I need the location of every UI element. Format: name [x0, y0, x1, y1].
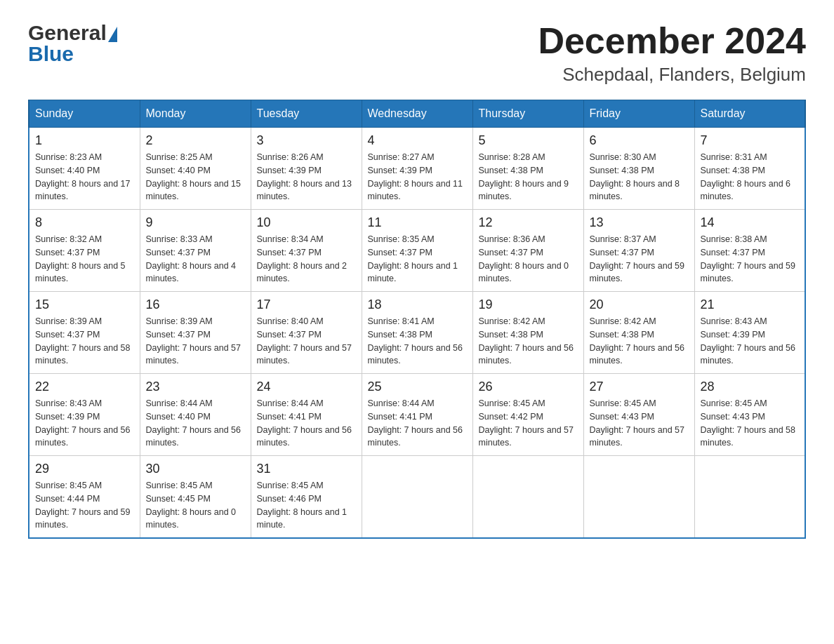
day-number: 23 — [146, 380, 245, 394]
day-info: Sunrise: 8:42 AMSunset: 4:38 PMDaylight:… — [479, 315, 578, 368]
day-number: 11 — [368, 215, 467, 230]
calendar-cell: 24Sunrise: 8:44 AMSunset: 4:41 PMDayligh… — [251, 374, 362, 456]
day-number: 2 — [146, 133, 245, 148]
day-info: Sunrise: 8:45 AMSunset: 4:45 PMDaylight:… — [146, 479, 245, 532]
calendar-cell: 4Sunrise: 8:27 AMSunset: 4:39 PMDaylight… — [362, 128, 472, 210]
day-number: 3 — [257, 133, 356, 148]
logo-blue-text: Blue — [28, 42, 74, 66]
day-number: 7 — [701, 133, 800, 148]
column-header-thursday: Thursday — [472, 100, 583, 128]
day-info: Sunrise: 8:42 AMSunset: 4:38 PMDaylight:… — [590, 315, 689, 368]
day-number: 1 — [35, 133, 134, 148]
calendar-cell: 20Sunrise: 8:42 AMSunset: 4:38 PMDayligh… — [583, 292, 694, 374]
day-number: 14 — [701, 215, 800, 230]
day-number: 31 — [257, 462, 356, 476]
day-info: Sunrise: 8:27 AMSunset: 4:39 PMDaylight:… — [368, 151, 467, 203]
day-number: 21 — [701, 297, 800, 312]
calendar-cell: 3Sunrise: 8:26 AMSunset: 4:39 PMDaylight… — [251, 128, 362, 210]
calendar-cell: 18Sunrise: 8:41 AMSunset: 4:38 PMDayligh… — [362, 292, 472, 374]
calendar-cell: 8Sunrise: 8:32 AMSunset: 4:37 PMDaylight… — [29, 210, 140, 292]
day-info: Sunrise: 8:43 AMSunset: 4:39 PMDaylight:… — [35, 397, 134, 450]
calendar-cell: 28Sunrise: 8:45 AMSunset: 4:43 PMDayligh… — [694, 374, 805, 456]
day-info: Sunrise: 8:41 AMSunset: 4:38 PMDaylight:… — [368, 315, 467, 368]
column-header-tuesday: Tuesday — [251, 100, 362, 128]
day-info: Sunrise: 8:44 AMSunset: 4:40 PMDaylight:… — [146, 397, 245, 450]
calendar-title: December 2024 — [538, 21, 806, 61]
day-number: 25 — [368, 380, 467, 394]
calendar-cell — [694, 456, 805, 539]
day-info: Sunrise: 8:45 AMSunset: 4:46 PMDaylight:… — [257, 479, 356, 532]
day-info: Sunrise: 8:39 AMSunset: 4:37 PMDaylight:… — [35, 315, 134, 368]
calendar-cell: 9Sunrise: 8:33 AMSunset: 4:37 PMDaylight… — [140, 210, 251, 292]
day-number: 4 — [368, 133, 467, 148]
page-header: General Blue December 2024 Schepdaal, Fl… — [28, 21, 806, 86]
calendar-subtitle: Schepdaal, Flanders, Belgium — [538, 64, 806, 86]
calendar-cell: 16Sunrise: 8:39 AMSunset: 4:37 PMDayligh… — [140, 292, 251, 374]
calendar-week-row: 22Sunrise: 8:43 AMSunset: 4:39 PMDayligh… — [29, 374, 805, 456]
calendar-week-row: 1Sunrise: 8:23 AMSunset: 4:40 PMDaylight… — [29, 128, 805, 210]
calendar-cell: 5Sunrise: 8:28 AMSunset: 4:38 PMDaylight… — [472, 128, 583, 210]
day-info: Sunrise: 8:32 AMSunset: 4:37 PMDaylight:… — [35, 233, 134, 286]
day-number: 26 — [479, 380, 578, 394]
day-info: Sunrise: 8:38 AMSunset: 4:37 PMDaylight:… — [701, 233, 800, 286]
column-header-monday: Monday — [140, 100, 251, 128]
calendar-cell: 31Sunrise: 8:45 AMSunset: 4:46 PMDayligh… — [251, 456, 362, 539]
column-header-saturday: Saturday — [694, 100, 805, 128]
column-header-friday: Friday — [583, 100, 694, 128]
day-info: Sunrise: 8:23 AMSunset: 4:40 PMDaylight:… — [35, 151, 134, 203]
calendar-cell: 23Sunrise: 8:44 AMSunset: 4:40 PMDayligh… — [140, 374, 251, 456]
calendar-cell: 25Sunrise: 8:44 AMSunset: 4:41 PMDayligh… — [362, 374, 472, 456]
day-number: 15 — [35, 297, 134, 312]
day-info: Sunrise: 8:45 AMSunset: 4:43 PMDaylight:… — [701, 397, 800, 450]
calendar-week-row: 15Sunrise: 8:39 AMSunset: 4:37 PMDayligh… — [29, 292, 805, 374]
day-info: Sunrise: 8:28 AMSunset: 4:38 PMDaylight:… — [479, 151, 578, 203]
logo: General Blue — [28, 21, 117, 66]
day-number: 17 — [257, 297, 356, 312]
day-number: 28 — [701, 380, 800, 394]
day-info: Sunrise: 8:33 AMSunset: 4:37 PMDaylight:… — [146, 233, 245, 286]
calendar-cell: 22Sunrise: 8:43 AMSunset: 4:39 PMDayligh… — [29, 374, 140, 456]
calendar-cell: 27Sunrise: 8:45 AMSunset: 4:43 PMDayligh… — [583, 374, 694, 456]
day-info: Sunrise: 8:45 AMSunset: 4:43 PMDaylight:… — [590, 397, 689, 450]
calendar-cell — [472, 456, 583, 539]
calendar-table: SundayMondayTuesdayWednesdayThursdayFrid… — [28, 100, 806, 539]
day-number: 18 — [368, 297, 467, 312]
day-info: Sunrise: 8:25 AMSunset: 4:40 PMDaylight:… — [146, 151, 245, 203]
day-info: Sunrise: 8:34 AMSunset: 4:37 PMDaylight:… — [257, 233, 356, 286]
day-info: Sunrise: 8:44 AMSunset: 4:41 PMDaylight:… — [368, 397, 467, 450]
day-number: 27 — [590, 380, 689, 394]
day-number: 19 — [479, 297, 578, 312]
day-info: Sunrise: 8:39 AMSunset: 4:37 PMDaylight:… — [146, 315, 245, 368]
day-info: Sunrise: 8:40 AMSunset: 4:37 PMDaylight:… — [257, 315, 356, 368]
title-block: December 2024 Schepdaal, Flanders, Belgi… — [538, 21, 806, 86]
calendar-cell: 10Sunrise: 8:34 AMSunset: 4:37 PMDayligh… — [251, 210, 362, 292]
calendar-cell — [583, 456, 694, 539]
calendar-cell: 11Sunrise: 8:35 AMSunset: 4:37 PMDayligh… — [362, 210, 472, 292]
day-info: Sunrise: 8:26 AMSunset: 4:39 PMDaylight:… — [257, 151, 356, 203]
calendar-cell: 2Sunrise: 8:25 AMSunset: 4:40 PMDaylight… — [140, 128, 251, 210]
day-number: 9 — [146, 215, 245, 230]
logo-triangle-icon — [108, 27, 117, 42]
day-info: Sunrise: 8:45 AMSunset: 4:44 PMDaylight:… — [35, 479, 134, 532]
calendar-cell: 30Sunrise: 8:45 AMSunset: 4:45 PMDayligh… — [140, 456, 251, 539]
logo-general-text: General — [28, 21, 107, 45]
day-info: Sunrise: 8:35 AMSunset: 4:37 PMDaylight:… — [368, 233, 467, 286]
calendar-header-row: SundayMondayTuesdayWednesdayThursdayFrid… — [29, 100, 805, 128]
day-number: 8 — [35, 215, 134, 230]
day-info: Sunrise: 8:37 AMSunset: 4:37 PMDaylight:… — [590, 233, 689, 286]
calendar-cell: 12Sunrise: 8:36 AMSunset: 4:37 PMDayligh… — [472, 210, 583, 292]
day-info: Sunrise: 8:45 AMSunset: 4:42 PMDaylight:… — [479, 397, 578, 450]
calendar-cell: 14Sunrise: 8:38 AMSunset: 4:37 PMDayligh… — [694, 210, 805, 292]
calendar-cell: 15Sunrise: 8:39 AMSunset: 4:37 PMDayligh… — [29, 292, 140, 374]
day-number: 5 — [479, 133, 578, 148]
day-number: 6 — [590, 133, 689, 148]
calendar-cell: 19Sunrise: 8:42 AMSunset: 4:38 PMDayligh… — [472, 292, 583, 374]
calendar-cell — [362, 456, 472, 539]
day-number: 12 — [479, 215, 578, 230]
calendar-cell: 6Sunrise: 8:30 AMSunset: 4:38 PMDaylight… — [583, 128, 694, 210]
day-number: 10 — [257, 215, 356, 230]
calendar-cell: 13Sunrise: 8:37 AMSunset: 4:37 PMDayligh… — [583, 210, 694, 292]
day-info: Sunrise: 8:31 AMSunset: 4:38 PMDaylight:… — [701, 151, 800, 203]
calendar-week-row: 8Sunrise: 8:32 AMSunset: 4:37 PMDaylight… — [29, 210, 805, 292]
calendar-cell: 1Sunrise: 8:23 AMSunset: 4:40 PMDaylight… — [29, 128, 140, 210]
